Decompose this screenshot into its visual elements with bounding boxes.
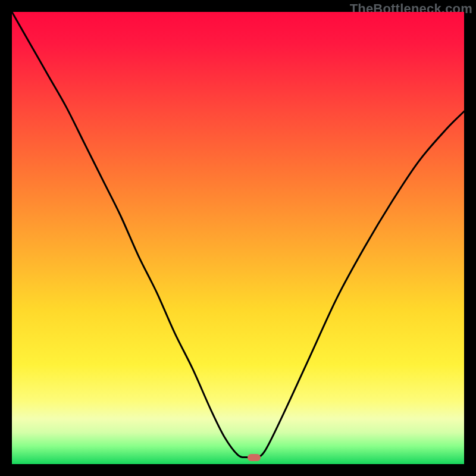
bottleneck-curve-svg bbox=[12, 12, 464, 464]
bottleneck-curve-path bbox=[12, 12, 464, 458]
chart-outer-frame: TheBottleneck.com bbox=[0, 0, 476, 476]
optimal-point-marker bbox=[248, 454, 261, 461]
plot-area bbox=[12, 12, 464, 464]
